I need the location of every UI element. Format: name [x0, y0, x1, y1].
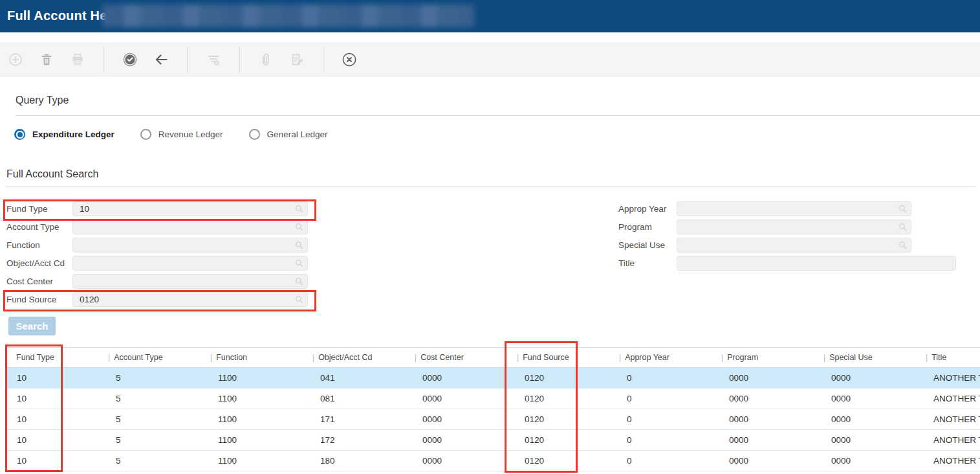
- lookup-magnifier-icon[interactable]: [294, 276, 304, 286]
- cost-center-input[interactable]: [72, 274, 308, 289]
- column-header-label: Approp Year: [625, 353, 670, 362]
- title-input-wrap: [677, 256, 956, 271]
- field-row-fund-source: Fund Source: [6, 292, 310, 307]
- toolbar-separator: [323, 47, 323, 73]
- search-button[interactable]: Search: [8, 317, 56, 335]
- column-header-label: Cost Center: [420, 353, 464, 362]
- function-input-wrap: [72, 238, 308, 253]
- field-row-function: Function: [6, 238, 310, 253]
- column-separator: |: [210, 353, 212, 362]
- approp-year-input[interactable]: [677, 201, 911, 216]
- field-row-special-use: Special Use: [618, 238, 961, 253]
- fund-source-input[interactable]: [72, 292, 308, 307]
- approp-year-label: Approp Year: [618, 204, 677, 214]
- column-header-object-acct-cd[interactable]: |Object/Acct Cd: [309, 348, 411, 367]
- cell-function: 1100: [206, 368, 309, 388]
- cell-fund-type: 10: [5, 389, 104, 409]
- fund-type-label: Fund Type: [6, 204, 72, 214]
- radio-expenditure-ledger[interactable]: Expenditure Ledger: [14, 129, 114, 140]
- function-input[interactable]: [72, 238, 308, 253]
- table-row[interactable]: 105110008100000120000000000ANOTHER TES: [5, 389, 980, 409]
- toolbar-separator: [103, 47, 104, 73]
- lookup-magnifier-icon[interactable]: [898, 240, 908, 250]
- attachment-button[interactable]: [256, 50, 276, 69]
- field-row-program: Program: [618, 220, 961, 234]
- table-row[interactable]: 105110017200000120000000000ANOTHER TES: [5, 430, 980, 451]
- table-row[interactable]: 105110018000000120000000000ANOTHER TES: [5, 451, 980, 471]
- cell-account-type: 5: [104, 451, 206, 471]
- column-header-fund-source[interactable]: |Fund Source: [513, 348, 615, 367]
- cell-special-use: 0000: [820, 430, 922, 450]
- cell-function: 1100: [206, 430, 309, 450]
- cell-approp-year: 0: [615, 389, 717, 409]
- cell-cost-center: 0000: [411, 451, 513, 471]
- cell-title: ANOTHER TES: [922, 430, 980, 450]
- object-acct-cd-input-wrap: [72, 256, 308, 271]
- object-acct-cd-input[interactable]: [72, 256, 308, 271]
- delete-button[interactable]: [37, 50, 56, 69]
- account-type-input[interactable]: [72, 220, 308, 234]
- cell-account-type: 5: [104, 389, 206, 409]
- table-row[interactable]: 105110004100000120000000000ANOTHER TES: [5, 368, 980, 389]
- print-icon: [70, 52, 85, 67]
- title-input[interactable]: [677, 256, 956, 271]
- column-header-cost-center[interactable]: |Cost Center: [411, 348, 513, 367]
- query-type-heading: Query Type: [16, 95, 69, 106]
- cell-title: ANOTHER TES: [922, 409, 980, 429]
- column-header-program[interactable]: |Program: [717, 348, 820, 367]
- account-type-label: Account Type: [6, 222, 72, 232]
- edit-notes-button[interactable]: [287, 50, 307, 69]
- accept-button[interactable]: [120, 50, 140, 69]
- accept-icon: [122, 52, 138, 67]
- cell-program: 0000: [717, 368, 820, 388]
- special-use-input[interactable]: [677, 238, 911, 253]
- special-use-input-wrap: [677, 238, 911, 253]
- column-header-label: Special Use: [829, 353, 873, 362]
- cell-title: ANOTHER TES: [922, 389, 980, 409]
- lookup-magnifier-icon[interactable]: [294, 222, 304, 232]
- radio-circle-icon[interactable]: [249, 129, 260, 140]
- program-input-wrap: [677, 220, 911, 234]
- column-separator: |: [823, 353, 825, 362]
- cell-account-type: 5: [104, 409, 206, 429]
- column-header-function[interactable]: |Function: [206, 348, 309, 367]
- close-icon: [342, 52, 357, 67]
- clear-filter-button[interactable]: [204, 50, 223, 69]
- cell-special-use: 0000: [820, 368, 922, 388]
- radio-revenue-ledger[interactable]: Revenue Ledger: [140, 129, 223, 140]
- add-button[interactable]: [6, 50, 25, 69]
- cell-approp-year: 0: [615, 409, 717, 429]
- fund-source-label: Fund Source: [6, 295, 72, 304]
- column-header-title[interactable]: |Title: [922, 348, 980, 367]
- cell-object-acct-cd: 041: [309, 368, 411, 388]
- column-header-label: Account Type: [114, 353, 163, 362]
- fund-type-input[interactable]: [72, 201, 308, 216]
- radio-circle-icon[interactable]: [140, 129, 151, 140]
- program-input[interactable]: [677, 220, 911, 234]
- back-arrow-button[interactable]: [151, 50, 171, 69]
- print-button[interactable]: [68, 50, 87, 69]
- table-row[interactable]: 105110017100000120000000000ANOTHER TES: [5, 409, 980, 430]
- lookup-magnifier-icon[interactable]: [898, 204, 908, 214]
- column-header-approp-year[interactable]: |Approp Year: [615, 348, 717, 367]
- column-header-account-type[interactable]: |Account Type: [104, 348, 206, 367]
- radio-circle-icon[interactable]: [14, 129, 25, 140]
- radio-general-ledger[interactable]: General Ledger: [249, 129, 328, 140]
- column-header-label: Object/Acct Cd: [318, 353, 372, 362]
- cell-fund-type: 10: [5, 430, 104, 450]
- cell-cost-center: 0000: [411, 389, 513, 409]
- close-button[interactable]: [340, 50, 359, 69]
- column-header-fund-type[interactable]: Fund Type: [5, 348, 104, 367]
- lookup-magnifier-icon[interactable]: [898, 222, 908, 232]
- results-table-body: 105110004100000120000000000ANOTHER TES10…: [5, 368, 980, 471]
- lookup-magnifier-icon[interactable]: [294, 295, 304, 304]
- cell-program: 0000: [717, 430, 820, 450]
- cell-account-type: 5: [104, 368, 206, 388]
- column-header-special-use[interactable]: |Special Use: [820, 348, 922, 367]
- lookup-magnifier-icon[interactable]: [294, 258, 304, 268]
- attachment-icon: [258, 52, 274, 67]
- lookup-magnifier-icon[interactable]: [294, 204, 304, 214]
- cell-cost-center: 0000: [411, 368, 513, 388]
- cell-program: 0000: [717, 389, 820, 409]
- lookup-magnifier-icon[interactable]: [294, 240, 304, 250]
